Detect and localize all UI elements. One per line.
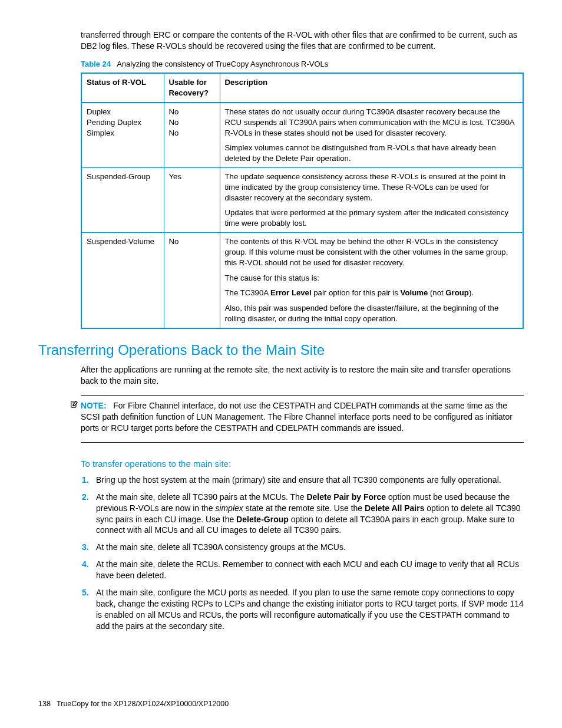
- section-heading: Transferring Operations Back to the Main…: [38, 341, 524, 360]
- cell-usable: No: [164, 233, 220, 328]
- procedure-steps: Bring up the host system at the main (pr…: [81, 475, 524, 632]
- note-rule-top: [81, 395, 524, 396]
- cell-description: These states do not usually occur during…: [220, 103, 523, 168]
- col-description: Description: [220, 73, 523, 103]
- cell-status: Suspended-Group: [81, 168, 164, 233]
- cell-description: The update sequence consistency across t…: [220, 168, 523, 233]
- table-header-row: Status of R-VOL Usable for Recovery? Des…: [81, 73, 523, 103]
- document-page: transferred through ERC or compare the c…: [0, 0, 562, 728]
- cell-status: DuplexPending DuplexSimplex: [81, 103, 164, 168]
- table-row: Suspended-VolumeNoThe contents of this R…: [81, 233, 523, 328]
- note-block: NOTE: For Fibre Channel interface, do no…: [38, 400, 524, 434]
- cell-status: Suspended-Volume: [81, 233, 164, 328]
- procedure-heading: To transfer operations to the main site:: [81, 458, 524, 470]
- rvol-table: Status of R-VOL Usable for Recovery? Des…: [81, 73, 524, 328]
- note-label: NOTE:: [81, 401, 107, 410]
- section-paragraph: After the applications are running at th…: [38, 364, 524, 387]
- step-item: At the main site, delete all TC390 pairs…: [95, 492, 524, 536]
- step-item: Bring up the host system at the main (pr…: [95, 475, 524, 486]
- step-item: At the main site, delete the RCUs. Remem…: [95, 559, 524, 581]
- step-item: At the main site, configure the MCU port…: [95, 587, 524, 632]
- step-item: At the main site, delete all TC390A cons…: [95, 542, 524, 553]
- cell-usable: NoNoNo: [164, 103, 220, 168]
- table-row: Suspended-GroupYesThe update sequence co…: [81, 168, 523, 233]
- note-text: For Fibre Channel interface, do not use …: [81, 401, 513, 433]
- note-icon: [70, 400, 78, 411]
- cell-usable: Yes: [164, 168, 220, 233]
- footer-title: TrueCopy for the XP128/XP1024/XP10000/XP…: [57, 700, 229, 708]
- table-caption: Table 24 Analyzing the consistency of Tr…: [38, 59, 524, 70]
- intro-paragraph: transferred through ERC or compare the c…: [38, 29, 524, 52]
- table-title: Analyzing the consistency of TrueCopy As…: [117, 60, 328, 68]
- table-number: Table 24: [81, 60, 111, 68]
- page-footer: 138 TrueCopy for the XP128/XP1024/XP1000…: [38, 699, 229, 709]
- page-number: 138: [38, 700, 51, 708]
- cell-description: The contents of this R-VOL may be behind…: [220, 233, 523, 328]
- table-row: DuplexPending DuplexSimplexNoNoNoThese s…: [81, 103, 523, 168]
- note-rule-bottom: [81, 442, 524, 443]
- col-usable: Usable for Recovery?: [164, 73, 220, 103]
- col-status: Status of R-VOL: [81, 73, 164, 103]
